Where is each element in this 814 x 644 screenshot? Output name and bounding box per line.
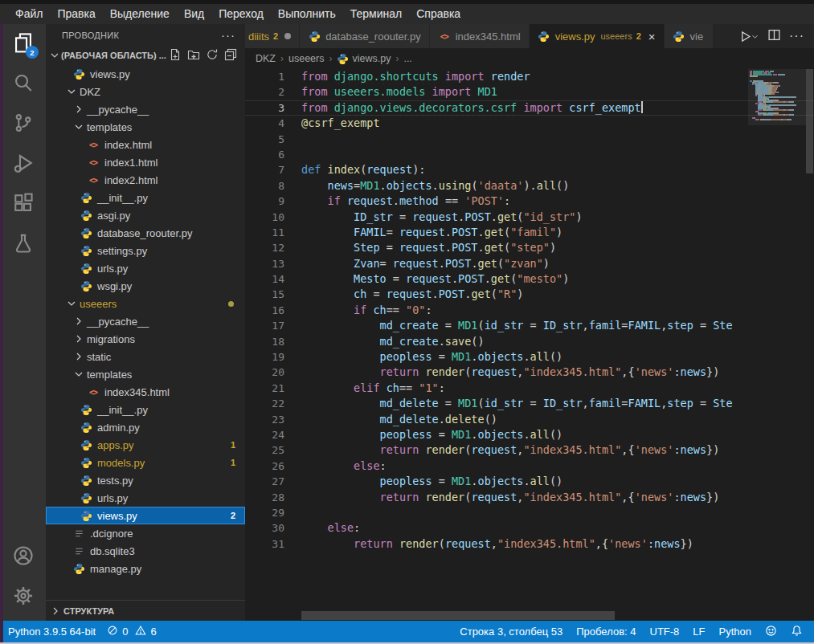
tree-item-__init__.py[interactable]: __init__.py: [46, 189, 245, 206]
activity-run-and-debug-button[interactable]: [0, 145, 46, 185]
tree-item-__pycache__[interactable]: __pycache__: [46, 312, 245, 330]
code-line-22[interactable]: 22 md_delete = MD1(id_str = ID_str,famil…: [245, 396, 814, 411]
tree-item-__init__.py[interactable]: __init__.py: [46, 401, 245, 418]
status-eol[interactable]: LF: [693, 626, 705, 638]
menu-выделение[interactable]: Выделение: [103, 4, 177, 24]
status-language-mode[interactable]: Python: [719, 626, 751, 638]
code-line-10[interactable]: 10 ID_str = request.POST.get("id_str"): [245, 210, 814, 225]
code-line-27[interactable]: 27 peopless = MD1.objects.all(): [245, 474, 814, 489]
code-line-9[interactable]: 9 if request.method == 'POST':: [245, 194, 814, 209]
code-line-31[interactable]: 31 return render(request,"index345.html"…: [245, 536, 814, 552]
menu-справка[interactable]: Справка: [409, 4, 468, 24]
code-line-20[interactable]: 20 return render(request,"index345.html"…: [245, 365, 814, 380]
tree-item-useeers[interactable]: useeers: [46, 295, 245, 312]
tab-vie[interactable]: vie: [665, 24, 714, 48]
code-line-7[interactable]: 7def index(request):: [245, 162, 814, 177]
menu-переход[interactable]: Переход: [211, 4, 271, 24]
code-line-11[interactable]: 11 FAMIL= request.POST.get("famil"): [245, 225, 814, 240]
code-line-15[interactable]: 15 ch = request.POST.get("R"): [245, 287, 814, 302]
status-feedback[interactable]: [765, 625, 777, 639]
refresh-icon[interactable]: [206, 48, 219, 63]
menu-выполнить[interactable]: Выполнить: [271, 4, 343, 24]
code-line-3[interactable]: 3from django.views.decorators.csrf impor…: [245, 100, 814, 116]
code-line-2[interactable]: 2from useeers.models import MD1: [245, 84, 814, 100]
menu-вид[interactable]: Вид: [177, 4, 211, 24]
tree-item-urls.py[interactable]: urls.py: [46, 259, 245, 277]
code-line-30[interactable]: 30 else:: [245, 520, 814, 536]
collapse-all-icon[interactable]: [224, 48, 237, 63]
code-line-23[interactable]: 23 md_delete.delete(): [245, 412, 814, 427]
activity-source-control-button[interactable]: [0, 104, 46, 145]
status-cursor-position[interactable]: Строка 3, столбец 53: [460, 626, 562, 638]
code-line-6[interactable]: 6: [245, 147, 814, 162]
tab-diiits[interactable]: diiits2: [245, 24, 300, 48]
breadcrumb-item-...[interactable]: ...: [403, 53, 411, 64]
minimap[interactable]: [750, 71, 804, 167]
horizontal-scrollbar-thumb[interactable]: [301, 611, 615, 620]
tree-item-index.html[interactable]: <>index.html: [46, 136, 245, 153]
workspace-section-header[interactable]: (РАБОЧАЯ ОБЛАСТЬ) ...: [46, 46, 245, 65]
tree-item-views.py[interactable]: views.py: [46, 65, 245, 83]
tree-item-tests.py[interactable]: tests.py: [46, 471, 245, 489]
code-line-29[interactable]: 29: [245, 505, 814, 520]
code-line-24[interactable]: 24 peopless = MD1.objects.all(): [245, 427, 814, 442]
tree-item-__pycache__[interactable]: __pycache__: [46, 100, 245, 118]
code-line-19[interactable]: 19 peopless = MD1.objects.all(): [245, 349, 814, 365]
code-line-17[interactable]: 17 md_create = MD1(id_str = ID_str,famil…: [245, 318, 814, 333]
code-line-5[interactable]: 5: [245, 132, 814, 147]
code-line-25[interactable]: 25 return render(request,"index345.html"…: [245, 442, 814, 458]
tree-item-database_roouter.py[interactable]: database_roouter.py: [46, 224, 245, 242]
code-line-16[interactable]: 16 if ch== "0":: [245, 303, 814, 318]
code-line-12[interactable]: 12 Step = request.POST.get("step"): [245, 240, 814, 255]
activity-settings-button[interactable]: [0, 577, 46, 618]
tab-database_roouter.py[interactable]: database_roouter.py: [300, 24, 430, 48]
tree-item-settings.py[interactable]: settings.py: [46, 242, 245, 259]
vertical-scrollbar[interactable]: [805, 69, 814, 609]
breadcrumb-item-DKZ[interactable]: DKZ: [256, 53, 276, 64]
menu-правка[interactable]: Правка: [50, 4, 102, 24]
tree-item-models.py[interactable]: models.py1: [46, 454, 245, 471]
menu-терминал[interactable]: Терминал: [343, 4, 409, 24]
tree-item-db.sqlite3[interactable]: db.sqlite3: [46, 542, 245, 560]
code-line-8[interactable]: 8 news=MD1.objects.using('daata').all(): [245, 178, 814, 194]
tree-item-templates[interactable]: templates: [46, 365, 245, 383]
code-line-18[interactable]: 18 md_create.save(): [245, 334, 814, 349]
activity-extensions-button[interactable]: [0, 185, 46, 225]
activity-testing-button[interactable]: [0, 225, 46, 265]
code-line-1[interactable]: 1from django.shortcuts import render: [245, 69, 814, 84]
status-encoding[interactable]: UTF-8: [650, 626, 680, 638]
tree-item-wsgi.py[interactable]: wsgi.py: [46, 277, 245, 295]
close-tab-icon[interactable]: ×: [648, 31, 656, 43]
breadcrumb-item-views.py[interactable]: views.py: [337, 53, 391, 65]
status-python-interpreter[interactable]: Python 3.9.5 64-bit: [8, 626, 96, 638]
outline-section-header[interactable]: СТРУКТУРА: [46, 600, 245, 621]
views-and-more-actions-button[interactable]: ···: [221, 28, 235, 42]
breadcrumb-item-useeers[interactable]: useeers: [288, 53, 324, 64]
tree-item-admin.py[interactable]: admin.py: [46, 418, 245, 436]
tree-item-migrations[interactable]: migrations: [46, 330, 245, 348]
code-line-13[interactable]: 13 Zvan= request.POST.get("zvan"): [245, 256, 814, 271]
tree-item-static[interactable]: static: [46, 348, 245, 365]
tree-item-index1.html[interactable]: <>index1.html: [46, 153, 245, 171]
activity-search-button[interactable]: [0, 64, 46, 104]
menu-файл[interactable]: Файл: [8, 4, 50, 24]
code-line-26[interactable]: 26 else:: [245, 459, 814, 474]
tree-item-views.py[interactable]: views.py2: [46, 507, 245, 524]
tree-item-templates[interactable]: templates: [46, 118, 245, 136]
code-line-4[interactable]: 4@csrf_exempt: [245, 116, 814, 131]
run-python-file-button[interactable]: [738, 30, 759, 43]
tree-item-index2.html[interactable]: <>index2.html: [46, 171, 245, 189]
minimap-slider[interactable]: [748, 69, 806, 125]
code-line-21[interactable]: 21 elif ch== "1":: [245, 381, 814, 396]
split-editor-button[interactable]: [767, 28, 781, 45]
tree-item-.dcignore[interactable]: .dcignore: [46, 524, 245, 542]
tab-index345.html[interactable]: <>index345.html: [430, 24, 530, 48]
code-editor[interactable]: 1from django.shortcuts import render2fro…: [245, 69, 814, 609]
tree-item-apps.py[interactable]: apps.py1: [46, 436, 245, 454]
code-line-14[interactable]: 14 Mesto = request.POST.get("mesto"): [245, 271, 814, 287]
new-folder-icon[interactable]: [187, 48, 200, 63]
status-problems[interactable]: 06: [107, 625, 156, 638]
vertical-scrollbar-thumb[interactable]: [806, 69, 813, 173]
tree-item-DKZ[interactable]: DKZ: [46, 83, 245, 100]
more-actions-button[interactable]: ···: [789, 29, 804, 43]
